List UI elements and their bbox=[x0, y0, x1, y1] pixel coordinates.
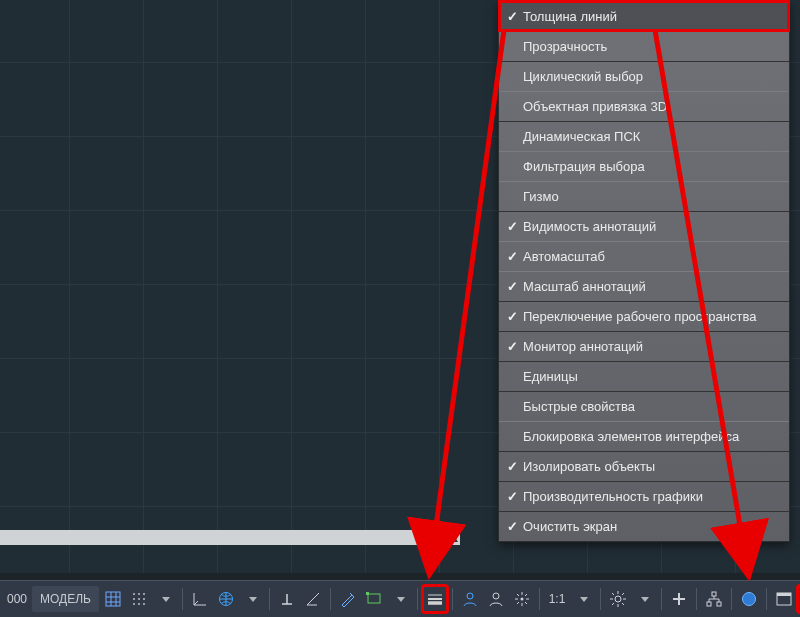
checkmark-icon: ✓ bbox=[507, 519, 523, 534]
svg-point-9 bbox=[143, 603, 145, 605]
menu-item-label: Фильтрация выбора bbox=[523, 159, 645, 174]
statusbar-customize-menu: ✓Толщина линийПрозрачностьЦиклический вы… bbox=[498, 0, 790, 542]
separator bbox=[539, 588, 540, 610]
angle-icon[interactable] bbox=[301, 586, 325, 612]
menu-item-label: Толщина линий bbox=[523, 9, 617, 24]
grid-dots-icon[interactable] bbox=[127, 586, 151, 612]
menu-item-label: Динамическая ПСК bbox=[523, 129, 640, 144]
lineweight-icon[interactable] bbox=[423, 586, 447, 612]
menu-item-label: Автомасштаб bbox=[523, 249, 605, 264]
checkmark-icon: ✓ bbox=[507, 9, 523, 24]
menu-item[interactable]: Прозрачность bbox=[499, 31, 789, 61]
menu-item[interactable]: ✓Толщина линий bbox=[499, 1, 789, 31]
menu-item[interactable]: ✓Изолировать объекты bbox=[499, 451, 789, 481]
menu-item-label: Быстрые свойства bbox=[523, 399, 635, 414]
svg-point-16 bbox=[615, 596, 621, 602]
menu-item[interactable]: Блокировка элементов интерфейса bbox=[499, 421, 789, 451]
svg-point-3 bbox=[143, 593, 145, 595]
menu-item-label: Прозрачность bbox=[523, 39, 607, 54]
scrollbar-up-triangle[interactable] bbox=[446, 532, 458, 542]
menu-item[interactable]: Циклический выбор bbox=[499, 61, 789, 91]
menu-item-label: Гизмо bbox=[523, 189, 559, 204]
svg-rect-17 bbox=[712, 592, 716, 596]
menu-item-label: Переключение рабочего пространства bbox=[523, 309, 756, 324]
menu-item[interactable]: Фильтрация выбора bbox=[499, 151, 789, 181]
status-bar: 000 МОДЕЛЬ 1:1 bbox=[0, 580, 800, 617]
annotation-scale-label[interactable]: 1:1 bbox=[545, 586, 569, 612]
window-icon[interactable] bbox=[772, 586, 796, 612]
svg-rect-11 bbox=[368, 594, 380, 603]
dropdown-caret[interactable] bbox=[153, 586, 177, 612]
menu-item[interactable]: Быстрые свойства bbox=[499, 391, 789, 421]
menu-item[interactable]: Единицы bbox=[499, 361, 789, 391]
menu-item-label: Видимость аннотаций bbox=[523, 219, 656, 234]
grid-display-icon[interactable] bbox=[101, 586, 125, 612]
separator bbox=[766, 588, 767, 610]
menu-item[interactable]: ✓Переключение рабочего пространства bbox=[499, 301, 789, 331]
separator bbox=[269, 588, 270, 610]
separator bbox=[182, 588, 183, 610]
ucs-icon[interactable] bbox=[188, 586, 212, 612]
menu-item[interactable]: Гизмо bbox=[499, 181, 789, 211]
horizontal-scrollbar[interactable] bbox=[0, 530, 460, 545]
tree-icon[interactable] bbox=[702, 586, 726, 612]
separator bbox=[696, 588, 697, 610]
menu-item-label: Масштаб аннотаций bbox=[523, 279, 646, 294]
separator bbox=[417, 588, 418, 610]
model-button[interactable]: МОДЕЛЬ bbox=[32, 586, 99, 612]
menu-item-label: Циклический выбор bbox=[523, 69, 643, 84]
separator bbox=[452, 588, 453, 610]
menu-item[interactable]: ✓Видимость аннотаций bbox=[499, 211, 789, 241]
svg-rect-18 bbox=[707, 602, 711, 606]
svg-rect-19 bbox=[717, 602, 721, 606]
svg-point-14 bbox=[493, 593, 499, 599]
menu-item-label: Очистить экран bbox=[523, 519, 617, 534]
menu-item[interactable]: ✓Автомасштаб bbox=[499, 241, 789, 271]
svg-point-6 bbox=[143, 598, 145, 600]
separator bbox=[330, 588, 331, 610]
svg-point-8 bbox=[138, 603, 140, 605]
svg-point-4 bbox=[133, 598, 135, 600]
draft-icon[interactable] bbox=[336, 586, 360, 612]
menu-item[interactable]: ✓Очистить экран bbox=[499, 511, 789, 541]
svg-rect-22 bbox=[777, 593, 791, 596]
globe-icon[interactable] bbox=[214, 586, 238, 612]
menu-item[interactable]: ✓Монитор аннотаций bbox=[499, 331, 789, 361]
svg-point-1 bbox=[133, 593, 135, 595]
menu-item[interactable]: Объектная привязка 3D bbox=[499, 91, 789, 121]
checkmark-icon: ✓ bbox=[507, 339, 523, 354]
dropdown-caret[interactable] bbox=[240, 586, 264, 612]
separator bbox=[731, 588, 732, 610]
separator bbox=[661, 588, 662, 610]
perpendicular-icon[interactable] bbox=[275, 586, 299, 612]
menu-item[interactable]: ✓Производительность графики bbox=[499, 481, 789, 511]
coord-readout: 000 bbox=[4, 586, 30, 612]
checkmark-icon: ✓ bbox=[507, 279, 523, 294]
person-icon[interactable] bbox=[458, 586, 482, 612]
menu-item-label: Производительность графики bbox=[523, 489, 703, 504]
dropdown-caret[interactable] bbox=[388, 586, 412, 612]
menu-item[interactable]: Динамическая ПСК bbox=[499, 121, 789, 151]
svg-point-13 bbox=[467, 593, 473, 599]
svg-point-20 bbox=[742, 593, 755, 606]
menu-item[interactable]: ✓Масштаб аннотаций bbox=[499, 271, 789, 301]
dropdown-caret[interactable] bbox=[632, 586, 656, 612]
plus-icon[interactable] bbox=[667, 586, 691, 612]
dropdown-caret[interactable] bbox=[571, 586, 595, 612]
spread-icon[interactable] bbox=[510, 586, 534, 612]
svg-point-15 bbox=[520, 598, 523, 601]
menu-item-label: Блокировка элементов интерфейса bbox=[523, 429, 739, 444]
rectangle-icon[interactable] bbox=[362, 586, 386, 612]
checkmark-icon: ✓ bbox=[507, 249, 523, 264]
checkmark-icon: ✓ bbox=[507, 489, 523, 504]
person2-icon[interactable] bbox=[484, 586, 508, 612]
menu-item-label: Объектная привязка 3D bbox=[523, 99, 667, 114]
circle-icon[interactable] bbox=[737, 586, 761, 612]
svg-rect-12 bbox=[366, 592, 369, 595]
gear-icon[interactable] bbox=[606, 586, 630, 612]
svg-rect-0 bbox=[106, 592, 120, 606]
checkmark-icon: ✓ bbox=[507, 219, 523, 234]
menu-item-label: Изолировать объекты bbox=[523, 459, 655, 474]
checkmark-icon: ✓ bbox=[507, 459, 523, 474]
svg-point-7 bbox=[133, 603, 135, 605]
